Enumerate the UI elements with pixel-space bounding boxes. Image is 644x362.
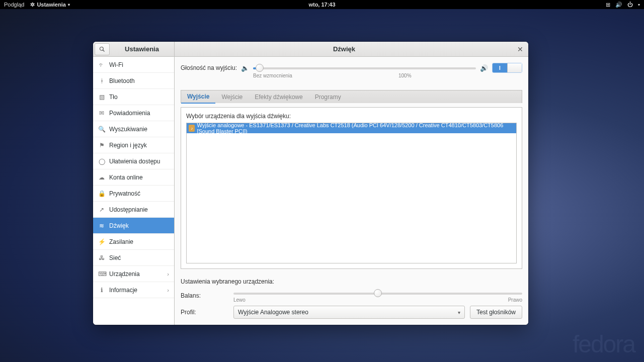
sidebar-item-devices[interactable]: ⌨Urządzenia› bbox=[93, 266, 174, 282]
sidebar-item-power[interactable]: ⚡Zasilanie bbox=[93, 234, 174, 250]
search-icon: 🔍 bbox=[98, 126, 105, 133]
wifi-icon: ᯤ bbox=[98, 61, 105, 68]
profile-value: Wyjście Analogowe stereo bbox=[238, 309, 308, 316]
chevron-right-icon: › bbox=[167, 271, 169, 277]
balance-left-label: Lewo bbox=[233, 297, 246, 303]
sidebar-item-label: Zasilanie bbox=[109, 238, 133, 245]
search-icon bbox=[99, 46, 105, 52]
sidebar-item-label: Prywatność bbox=[109, 190, 140, 197]
speaker-high-icon: 🔊 bbox=[480, 64, 488, 72]
output-volume-label: Głośność na wyjściu: bbox=[181, 64, 237, 71]
gnome-top-bar: Podgląd ✲ Ustawienia ▾ wto, 17:43 ⊞ 🔊 ⏻ … bbox=[0, 0, 644, 9]
sidebar-item-bt[interactable]: ᚼBluetooth bbox=[93, 73, 174, 89]
topbar-status-area[interactable]: ⊞ 🔊 ⏻ ▾ bbox=[606, 2, 640, 8]
balance-right-label: Prawo bbox=[508, 297, 522, 303]
speaker-low-icon: 🔈 bbox=[241, 64, 249, 72]
sidebar-item-label: Informacje bbox=[109, 287, 137, 294]
sidebar-item-label: Dźwięk bbox=[109, 222, 129, 229]
sound-icon: ≋ bbox=[98, 222, 105, 229]
settings-sidebar: ᯤWi-FiᚼBluetooth▧Tło✉Powiadomienia🔍Wyszu… bbox=[93, 57, 175, 325]
topbar-app-name: Ustawienia bbox=[37, 2, 65, 8]
sidebar-item-label: Ułatwienia dostępu bbox=[109, 158, 160, 165]
region-icon: ⚑ bbox=[98, 142, 105, 149]
activities-button[interactable]: Podgląd bbox=[4, 2, 24, 8]
gear-icon: ✲ bbox=[30, 2, 35, 8]
sidebar-item-net[interactable]: 🖧Sieć bbox=[93, 250, 174, 266]
balance-slider[interactable] bbox=[233, 288, 522, 297]
output-device-row[interactable]: ♪ Wyjście analogowe - ES1371/ES1373 / Cr… bbox=[187, 123, 516, 133]
sidebar-item-label: Wyszukiwanie bbox=[109, 126, 147, 133]
bg-icon: ▧ bbox=[98, 94, 105, 101]
online-icon: ☁ bbox=[98, 174, 105, 181]
sidebar-item-label: Region i język bbox=[109, 142, 147, 149]
chevron-down-icon: ▾ bbox=[68, 3, 70, 7]
sidebar-item-privacy[interactable]: 🔒Prywatność bbox=[93, 186, 174, 202]
test-speakers-button[interactable]: Test głośników bbox=[470, 306, 522, 319]
output-mute-switch[interactable]: I bbox=[492, 63, 522, 73]
topbar-clock[interactable]: wto, 17:43 bbox=[308, 2, 335, 8]
sidebar-item-notif[interactable]: ✉Powiadomienia bbox=[93, 105, 174, 121]
sidebar-item-sound[interactable]: ≋Dźwięk bbox=[93, 218, 174, 234]
devices-icon: ⌨ bbox=[98, 270, 105, 278]
sidebar-title: Ustawienia bbox=[110, 45, 174, 53]
info-icon: ℹ bbox=[98, 287, 105, 294]
power-icon: ⏻ bbox=[627, 2, 633, 8]
bt-icon: ᚼ bbox=[98, 77, 105, 84]
tab-efekty-dźwiękowe[interactable]: Efekty dźwiękowe bbox=[249, 90, 308, 103]
tab-programy[interactable]: Programy bbox=[309, 90, 347, 103]
volume-tick-hundred: 100% bbox=[398, 73, 412, 78]
settings-window: Ustawienia Dźwięk ✕ ᯤWi-FiᚼBluetooth▧Tło… bbox=[93, 42, 528, 325]
search-button[interactable] bbox=[95, 43, 110, 55]
network-icon: ⊞ bbox=[606, 2, 610, 8]
net-icon: 🖧 bbox=[98, 254, 105, 261]
profile-label: Profil: bbox=[181, 309, 228, 316]
fedora-watermark: fedora bbox=[573, 330, 635, 358]
sidebar-item-label: Konta online bbox=[109, 174, 143, 181]
chevron-right-icon: › bbox=[167, 287, 169, 293]
share-icon: ↗ bbox=[98, 206, 105, 213]
sidebar-item-online[interactable]: ☁Konta online bbox=[93, 169, 174, 186]
sidebar-item-share[interactable]: ↗Udostępnianie bbox=[93, 202, 174, 218]
sidebar-item-wifi[interactable]: ᯤWi-Fi bbox=[93, 57, 174, 73]
tab-wyjście[interactable]: Wyjście bbox=[181, 90, 215, 104]
svg-point-0 bbox=[100, 47, 104, 50]
topbar-app-menu[interactable]: ✲ Ustawienia ▾ bbox=[30, 2, 69, 8]
sidebar-item-label: Bluetooth bbox=[109, 77, 135, 84]
volume-icon: 🔊 bbox=[615, 2, 622, 8]
sidebar-item-region[interactable]: ⚑Region i język bbox=[93, 137, 174, 153]
sound-card-icon: ♪ bbox=[189, 125, 195, 132]
sidebar-item-label: Powiadomienia bbox=[109, 110, 150, 117]
switch-on-label: I bbox=[499, 65, 501, 71]
sidebar-item-label: Tło bbox=[109, 94, 118, 101]
sound-tabs: WyjścieWejścieEfekty dźwiękoweProgramy bbox=[181, 90, 522, 103]
privacy-icon: 🔒 bbox=[98, 190, 105, 197]
window-titlebar: Ustawienia Dźwięk ✕ bbox=[93, 42, 528, 57]
sidebar-item-label: Urządzenia bbox=[109, 270, 140, 278]
notif-icon: ✉ bbox=[98, 110, 105, 117]
output-device-list[interactable]: ♪ Wyjście analogowe - ES1371/ES1373 / Cr… bbox=[186, 123, 517, 263]
tab-wejście[interactable]: Wejście bbox=[215, 90, 249, 103]
profile-combo[interactable]: Wyjście Analogowe stereo bbox=[233, 306, 465, 319]
sidebar-item-label: Wi-Fi bbox=[109, 61, 123, 68]
output-tab-panel: Wybór urządzenia dla wyjścia dźwięku: ♪ … bbox=[181, 107, 522, 269]
sidebar-item-a11y[interactable]: ◯Ułatwienia dostępu bbox=[93, 153, 174, 169]
page-title: Dźwięk bbox=[175, 45, 514, 53]
svg-line-1 bbox=[103, 50, 105, 51]
balance-label: Balans: bbox=[181, 292, 228, 299]
close-button[interactable]: ✕ bbox=[514, 43, 527, 56]
output-device-name: Wyjście analogowe - ES1371/ES1373 / Crea… bbox=[197, 123, 514, 134]
a11y-icon: ◯ bbox=[98, 158, 105, 165]
sidebar-item-label: Udostępnianie bbox=[109, 206, 148, 213]
sidebar-item-info[interactable]: ℹInformacje› bbox=[93, 282, 174, 298]
device-section-label: Wybór urządzenia dla wyjścia dźwięku: bbox=[186, 113, 517, 120]
sidebar-item-search[interactable]: 🔍Wyszukiwanie bbox=[93, 121, 174, 137]
sidebar-item-bg[interactable]: ▧Tło bbox=[93, 89, 174, 105]
output-volume-slider[interactable]: Bez wzmocnienia 100% bbox=[253, 63, 476, 73]
close-icon: ✕ bbox=[517, 45, 523, 53]
power-icon: ⚡ bbox=[98, 238, 105, 245]
sound-panel: Głośność na wyjściu: 🔈 Bez wzmocnienia 1… bbox=[175, 57, 528, 325]
chevron-down-icon: ▾ bbox=[638, 3, 640, 7]
volume-tick-zero: Bez wzmocnienia bbox=[253, 73, 292, 78]
sidebar-item-label: Sieć bbox=[109, 254, 121, 261]
selected-device-settings-label: Ustawienia wybranego urządzenia: bbox=[181, 278, 522, 285]
